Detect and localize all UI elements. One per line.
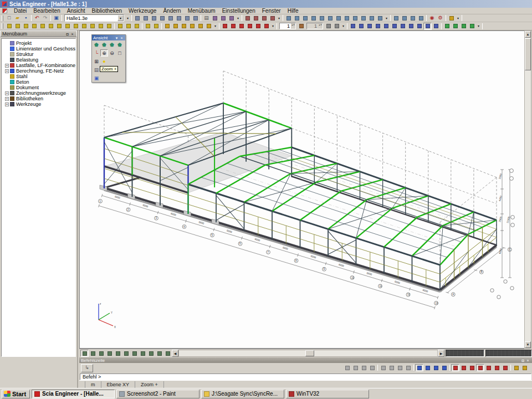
project-selector-combo[interactable]: Halle1.3e▾ <box>64 14 124 22</box>
connection-10-icon[interactable] <box>423 23 432 30</box>
structure-column-icon[interactable] <box>5 23 13 30</box>
dropdown-arrow-icon[interactable]: ▾ <box>341 23 346 30</box>
cursor-snap-icon[interactable] <box>415 364 423 371</box>
grid-snap-icon[interactable] <box>423 364 432 371</box>
view-mode-1-icon[interactable] <box>284 14 293 22</box>
connection-3-icon[interactable] <box>365 23 374 30</box>
perspective-toggle-icon[interactable] <box>80 350 89 357</box>
lamp-icon[interactable]: ● <box>100 58 108 65</box>
abc-print-icon[interactable] <box>130 350 139 357</box>
task-scia[interactable]: Scia Engineer - [Halle... <box>32 390 115 398</box>
connection-5-icon[interactable] <box>382 23 390 30</box>
mirror-tool-icon[interactable] <box>188 23 196 30</box>
connection-7-icon[interactable] <box>398 23 407 30</box>
view-mode-9-icon[interactable] <box>351 14 359 22</box>
scroll-right-icon[interactable]: ▶ <box>438 350 444 357</box>
tree-item-stahl[interactable]: Stahl <box>2 74 75 79</box>
mesh-display-icon[interactable] <box>147 350 155 357</box>
scroll-left-icon[interactable]: ◀ <box>172 350 178 357</box>
menu-fenster[interactable]: Fenster <box>259 8 284 14</box>
redraw-icon[interactable]: ◉ <box>428 14 436 22</box>
vertical-scroll-thumb[interactable] <box>525 38 531 70</box>
secondary-spinner[interactable]: 1▴ ▾ <box>306 23 323 29</box>
scroll-down-icon[interactable]: ▼ <box>525 341 531 348</box>
copy-tool-icon[interactable] <box>171 23 180 30</box>
zoom-window-icon[interactable]: □ <box>116 49 124 57</box>
snap-points-icon[interactable] <box>440 364 448 371</box>
expand-icon[interactable]: + <box>5 69 9 73</box>
status-tab-ebene-xy[interactable]: Ebene XY <box>101 381 136 388</box>
expand-icon[interactable]: + <box>5 91 9 95</box>
dropdown-arrow-icon[interactable]: ▾ <box>213 23 218 30</box>
snap-parallel-icon[interactable] <box>351 364 360 371</box>
view-mode-7-icon[interactable] <box>334 14 342 22</box>
layout-2-icon[interactable] <box>191 14 200 22</box>
circle-tool-icon[interactable] <box>245 23 254 30</box>
connection-11-icon[interactable] <box>432 23 440 30</box>
print-data-icon[interactable] <box>141 14 150 22</box>
rectangle-tool-icon[interactable] <box>237 23 245 30</box>
structure-truss-icon[interactable] <box>71 23 80 30</box>
horizontal-scroll-thumb[interactable] <box>305 350 314 356</box>
scale-tool-icon[interactable] <box>196 23 204 30</box>
move-tool-icon[interactable] <box>163 23 171 30</box>
clipboard-icon[interactable] <box>166 14 175 22</box>
structure-panel-icon[interactable] <box>63 23 71 30</box>
undo-icon[interactable]: ↶ <box>33 14 41 22</box>
menu-bearbeiten[interactable]: Bearbeiten <box>30 8 63 14</box>
task-folder[interactable]: J:\Seagate Sync\SyncRe... <box>201 390 284 398</box>
redo-icon[interactable]: ↷ <box>41 14 49 22</box>
view-iso-4-icon[interactable]: ⬟ <box>116 41 124 48</box>
chevron-down-icon[interactable]: ▾ <box>114 35 119 40</box>
command-input[interactable]: Befehl > <box>80 374 531 380</box>
image-gallery-icon[interactable] <box>150 14 158 22</box>
tree-item-linienraster-und-geschosse[interactable]: Linienraster und Geschosse <box>2 46 75 52</box>
expand-icon[interactable]: + <box>5 97 9 101</box>
connection-1-icon[interactable] <box>349 23 357 30</box>
view-mode-5-icon[interactable] <box>318 14 326 22</box>
structure-opening-icon[interactable] <box>38 23 47 30</box>
vertical-scrollbar[interactable]: ▲ ▼ <box>524 30 531 349</box>
dot-grid-icon[interactable] <box>512 364 520 371</box>
connection-9-icon[interactable] <box>415 23 423 30</box>
angle-tool-icon[interactable] <box>254 23 262 30</box>
view-mode-2-icon[interactable] <box>293 14 301 22</box>
dropdown-arrow-icon[interactable]: ▾ <box>277 14 282 22</box>
new-file-icon[interactable]: □ <box>5 14 13 22</box>
expand-icon[interactable]: + <box>5 103 9 106</box>
polygon-tool-icon[interactable] <box>132 23 141 30</box>
node-tool-icon[interactable] <box>124 23 132 30</box>
layer-tool-icon[interactable] <box>297 23 305 30</box>
load-display-icon[interactable] <box>105 350 114 357</box>
window-cascade-icon[interactable] <box>392 14 400 22</box>
tree-item-beton[interactable]: Beton <box>2 79 75 85</box>
window-settings-icon[interactable] <box>155 350 163 357</box>
snap-intersection-icon[interactable] <box>468 364 476 371</box>
menu-bibliotheken[interactable]: Bibliotheken <box>89 8 125 14</box>
project-folder-icon[interactable] <box>447 14 456 22</box>
dimension-tool-icon[interactable] <box>262 23 270 30</box>
view-mode-10-icon[interactable] <box>359 14 367 22</box>
print-preview-icon[interactable] <box>211 14 219 22</box>
ucs-tool-icon[interactable] <box>324 23 332 30</box>
scroll-up-icon[interactable]: ▲ <box>525 31 531 38</box>
render-view-icon[interactable] <box>175 14 183 22</box>
connection-6-icon[interactable] <box>390 23 398 30</box>
view-iso-3-icon[interactable]: ⬟ <box>108 41 116 48</box>
dropdown-arrow-icon[interactable]: ▾ <box>456 14 461 22</box>
snap-delete-icon[interactable] <box>368 364 376 371</box>
tree-item-zeichnungswerkzeuge[interactable]: +Zeichnungswerkzeuge <box>2 90 75 96</box>
tree-item-dokument[interactable]: Dokument <box>2 85 75 90</box>
dropdown-arrow-icon[interactable]: ▾ <box>384 14 389 22</box>
expand-icon[interactable]: + <box>5 64 9 68</box>
structure-plate-icon[interactable] <box>47 23 55 30</box>
rotate-tool-icon[interactable] <box>180 23 188 30</box>
render-mode-icon[interactable] <box>139 350 147 357</box>
visibility-filter-icon[interactable] <box>252 14 260 22</box>
tree-item-lastf-lle-lf-kombinationen[interactable]: +Lastfälle, LF-Kombinationen <box>2 63 75 68</box>
line-grid-icon[interactable] <box>520 364 529 371</box>
disabled-tool-icon[interactable] <box>163 350 172 357</box>
task-paint[interactable]: Screenshot2 - Paint <box>116 390 200 398</box>
scale-spinner[interactable]: 1▴ ▾ <box>279 23 296 29</box>
connect-members-icon[interactable] <box>144 23 152 30</box>
